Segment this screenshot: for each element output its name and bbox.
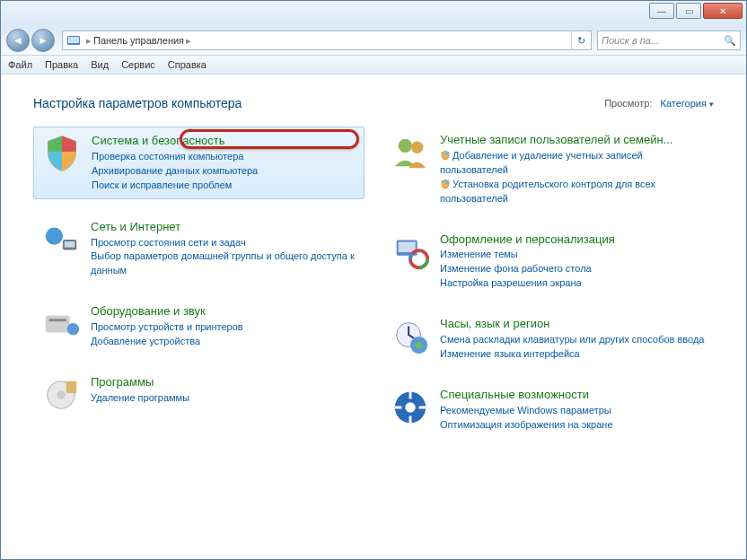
category-link[interactable]: Смена раскладки клавиатуры или других сп… [440, 333, 704, 347]
svg-point-12 [411, 142, 423, 153]
category-title[interactable]: Учетные записи пользователей и семейн... [440, 132, 707, 149]
appearance-icon [390, 232, 431, 273]
breadcrumb-sep: ▸ [186, 35, 191, 47]
category-item: Специальные возможностиРекомендуемые Win… [382, 381, 714, 438]
svg-point-21 [405, 402, 416, 413]
content-area: Настройка параметров компьютера Просмотр… [1, 74, 746, 552]
view-label: Просмотр: [604, 98, 652, 109]
users-icon [390, 132, 431, 173]
left-column: Система и безопасностьПроверка состояния… [33, 127, 365, 452]
category-link[interactable]: Просмотр состояния сети и задач [91, 236, 357, 250]
category-link[interactable]: Рекомендуемые Windows параметры [440, 404, 613, 418]
category-title[interactable]: Часы, язык и регион [440, 316, 704, 333]
window: — ▭ ✕ ◄ ► ▸ Панель управления ▸ ↻ Поиск … [0, 0, 747, 560]
shield-icon [41, 133, 83, 174]
svg-rect-5 [46, 316, 70, 333]
category-link[interactable]: Установка родительского контроля для все… [440, 178, 707, 206]
category-item: Сеть и ИнтернетПросмотр состояния сети и… [33, 214, 365, 284]
search-icon: 🔍 [724, 35, 736, 47]
address-bar[interactable]: ▸ Панель управления ▸ ↻ [62, 31, 592, 50]
category-item: ПрограммыУдаление программы [33, 369, 365, 421]
back-button[interactable]: ◄ [6, 29, 30, 52]
category-link[interactable]: Изменение темы [440, 248, 615, 262]
breadcrumb-title[interactable]: Панель управления [93, 35, 184, 46]
view-selector: Просмотр: Категория ▾ [604, 98, 714, 109]
access-icon [390, 387, 431, 428]
category-title[interactable]: Специальные возможности [440, 387, 613, 404]
category-link[interactable]: Добавление и удаление учетных записей по… [440, 149, 707, 178]
forward-button[interactable]: ► [31, 29, 55, 52]
category-link[interactable]: Просмотр устройств и принтеров [91, 320, 243, 335]
category-link[interactable]: Изменение языка интерфейса [440, 347, 704, 362]
category-item: Часы, язык и регионСмена раскладки клави… [382, 311, 714, 367]
svg-rect-6 [49, 319, 66, 322]
titlebar: — ▭ ✕ [1, 1, 746, 26]
menu-file[interactable]: Файл [8, 59, 32, 70]
svg-point-7 [67, 323, 79, 335]
category-grid: Система и безопасностьПроверка состояния… [33, 127, 714, 452]
hw-icon [40, 303, 82, 345]
svg-rect-4 [65, 241, 75, 248]
category-title[interactable]: Оформление и персонализация [440, 232, 615, 249]
category-link[interactable]: Выбор параметров домашней группы и общег… [91, 249, 357, 278]
category-link[interactable]: Изменение фона рабочего стола [440, 262, 615, 276]
category-title[interactable]: Система и безопасность [92, 133, 258, 150]
svg-rect-14 [399, 241, 416, 252]
nav-bar: ◄ ► ▸ Панель управления ▸ ↻ Поиск в па..… [1, 26, 746, 55]
net-icon [40, 219, 82, 260]
svg-point-11 [399, 139, 412, 153]
category-link[interactable]: Удаление программы [91, 391, 189, 406]
category-item: Учетные записи пользователей и семейн...… [382, 127, 714, 212]
category-link[interactable]: Настройка разрешения экрана [440, 276, 615, 291]
category-link[interactable]: Оптимизация изображения на экране [440, 418, 613, 433]
right-column: Учетные записи пользователей и семейн...… [382, 127, 714, 452]
chevron-down-icon: ▾ [709, 100, 714, 109]
control-panel-icon [66, 33, 81, 48]
category-item: Оборудование и звукПросмотр устройств и … [33, 298, 365, 354]
svg-point-9 [57, 390, 66, 399]
clock-icon [390, 316, 431, 357]
view-value[interactable]: Категория [661, 98, 707, 109]
menu-tools[interactable]: Сервис [121, 59, 155, 70]
maximize-button[interactable]: ▭ [676, 3, 701, 19]
menu-view[interactable]: Вид [91, 59, 109, 70]
shield-icon [440, 179, 451, 189]
category-link[interactable]: Архивирование данных компьютера [92, 164, 258, 179]
breadcrumb-sep: ▸ [86, 35, 92, 47]
category-item: Оформление и персонализацияИзменение тем… [382, 226, 714, 297]
category-link[interactable]: Поиск и исправление проблем [92, 179, 258, 193]
prog-icon [40, 374, 82, 416]
menu-help[interactable]: Справка [168, 59, 207, 70]
menu-edit[interactable]: Правка [45, 59, 78, 70]
svg-rect-10 [66, 381, 77, 393]
minimize-button[interactable]: — [649, 3, 674, 19]
category-link[interactable]: Проверка состояния компьютера [92, 150, 258, 164]
close-button[interactable]: ✕ [703, 3, 743, 19]
refresh-button[interactable]: ↻ [571, 31, 591, 50]
search-placeholder: Поиск в па... [602, 35, 659, 46]
content-header: Настройка параметров компьютера Просмотр… [33, 96, 714, 110]
category-item: Система и безопасностьПроверка состояния… [33, 127, 365, 199]
svg-rect-1 [68, 37, 79, 43]
category-title[interactable]: Сеть и Интернет [91, 219, 357, 236]
category-title[interactable]: Программы [91, 374, 189, 391]
search-input[interactable]: Поиск в па... 🔍 [597, 31, 741, 50]
menu-bar: Файл Правка Вид Сервис Справка [1, 55, 746, 74]
category-title[interactable]: Оборудование и звук [91, 303, 243, 320]
page-title: Настройка параметров компьютера [33, 96, 242, 110]
category-link[interactable]: Добавление устройства [91, 335, 243, 349]
shield-icon [440, 150, 451, 161]
svg-point-2 [46, 227, 63, 244]
